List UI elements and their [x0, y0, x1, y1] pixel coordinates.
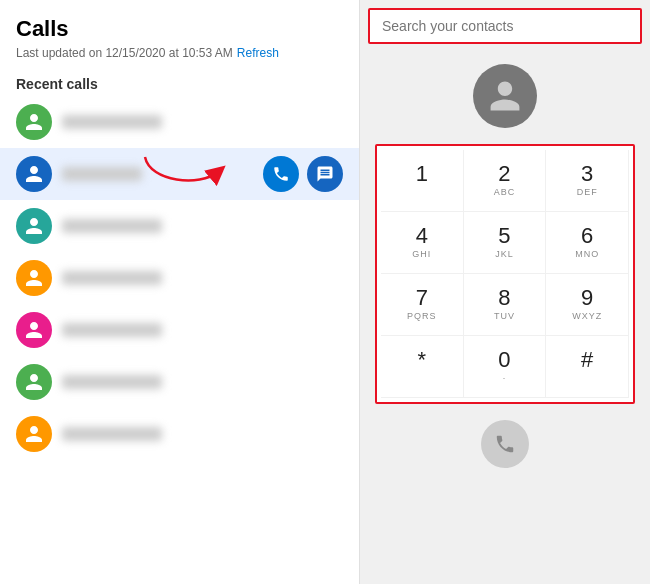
last-updated-label: Last updated on 12/15/2020 at 10:53 AM	[16, 46, 233, 60]
list-item[interactable]	[0, 252, 359, 304]
search-input[interactable]	[368, 8, 642, 44]
avatar	[16, 208, 52, 244]
call-button[interactable]	[263, 156, 299, 192]
key-num: 4	[416, 225, 428, 247]
call-actions	[263, 156, 343, 192]
refresh-link[interactable]: Refresh	[237, 46, 279, 60]
left-header: Calls Last updated on 12/15/2020 at 10:5…	[0, 0, 359, 68]
call-button-bottom[interactable]	[481, 420, 529, 468]
key-num: 2	[498, 163, 510, 185]
key-letters	[420, 187, 424, 199]
dial-key-2[interactable]: 2 ABC	[464, 150, 547, 212]
avatar	[16, 156, 52, 192]
dial-key-0[interactable]: 0 ·	[464, 336, 547, 398]
key-letters: JKL	[495, 249, 514, 261]
key-letters: TUV	[494, 311, 515, 323]
left-panel: Calls Last updated on 12/15/2020 at 10:5…	[0, 0, 360, 584]
avatar	[16, 312, 52, 348]
list-item[interactable]	[0, 148, 359, 200]
list-item[interactable]	[0, 408, 359, 460]
key-letters: ABC	[494, 187, 516, 199]
dial-key-5[interactable]: 5 JKL	[464, 212, 547, 274]
dialpad-grid: 1 2 ABC 3 DEF 4 GHI 5 JKL 6 MNO	[381, 150, 629, 398]
contact-name-blur	[62, 219, 162, 233]
key-num: 0	[498, 349, 510, 371]
dial-key-4[interactable]: 4 GHI	[381, 212, 464, 274]
key-num: 7	[416, 287, 428, 309]
key-letters: WXYZ	[572, 311, 602, 323]
contact-name-blur	[62, 323, 162, 337]
key-num: 1	[416, 163, 428, 185]
calls-list	[0, 96, 359, 584]
key-num: #	[581, 349, 593, 371]
list-item[interactable]	[0, 96, 359, 148]
key-letters: MNO	[575, 249, 599, 261]
key-letters: PQRS	[407, 311, 437, 323]
contact-name-blur	[62, 115, 162, 129]
search-box-container	[368, 8, 642, 44]
key-letters: GHI	[412, 249, 431, 261]
right-panel: 1 2 ABC 3 DEF 4 GHI 5 JKL 6 MNO	[360, 0, 650, 584]
contact-name-blur	[62, 427, 162, 441]
avatar	[16, 260, 52, 296]
dial-key-8[interactable]: 8 TUV	[464, 274, 547, 336]
key-num: 3	[581, 163, 593, 185]
contact-name-blur	[62, 375, 162, 389]
page-title: Calls	[16, 16, 343, 42]
arrow-annotation	[140, 152, 230, 196]
key-letters: ·	[503, 373, 507, 385]
dial-key-star[interactable]: *	[381, 336, 464, 398]
key-letters	[585, 373, 589, 385]
recent-calls-label: Recent calls	[0, 68, 359, 96]
list-item[interactable]	[0, 304, 359, 356]
dial-key-9[interactable]: 9 WXYZ	[546, 274, 629, 336]
contact-name-blur	[62, 167, 142, 181]
dialpad: 1 2 ABC 3 DEF 4 GHI 5 JKL 6 MNO	[375, 144, 635, 404]
key-letters	[420, 373, 424, 385]
key-num: 9	[581, 287, 593, 309]
list-item[interactable]	[0, 200, 359, 252]
chat-button[interactable]	[307, 156, 343, 192]
dial-key-hash[interactable]: #	[546, 336, 629, 398]
list-item[interactable]	[0, 356, 359, 408]
avatar	[16, 104, 52, 140]
avatar	[16, 416, 52, 452]
dial-key-3[interactable]: 3 DEF	[546, 150, 629, 212]
key-letters: DEF	[577, 187, 598, 199]
key-num: 6	[581, 225, 593, 247]
dial-key-1[interactable]: 1	[381, 150, 464, 212]
avatar	[16, 364, 52, 400]
key-num: *	[418, 349, 427, 371]
dial-key-7[interactable]: 7 PQRS	[381, 274, 464, 336]
contact-avatar-large	[473, 64, 537, 128]
last-updated-text: Last updated on 12/15/2020 at 10:53 AM R…	[16, 46, 343, 60]
key-num: 8	[498, 287, 510, 309]
contact-name-blur	[62, 271, 162, 285]
dial-key-6[interactable]: 6 MNO	[546, 212, 629, 274]
key-num: 5	[498, 225, 510, 247]
